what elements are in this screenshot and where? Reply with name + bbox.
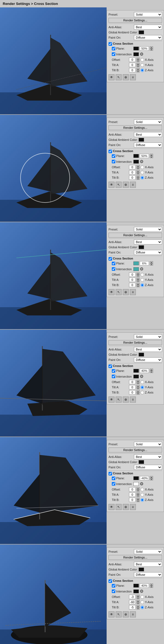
tilt-a-down[interactable]: ▼ bbox=[136, 65, 140, 67]
plane-down-2[interactable]: ▼ bbox=[150, 156, 153, 158]
preset-select-6[interactable]: Solid bbox=[134, 549, 162, 554]
tilt-b-input-5[interactable] bbox=[129, 498, 136, 502]
plane-stepper[interactable]: ▲ ▼ bbox=[150, 46, 153, 51]
plane-check-6[interactable] bbox=[112, 584, 115, 588]
tilt-a-up-4[interactable]: ▲ bbox=[136, 385, 140, 387]
z-axis-radio-2[interactable] bbox=[140, 176, 144, 179]
cursor-icon-3[interactable]: ↖ bbox=[116, 289, 122, 295]
move-icon-6[interactable]: ⊕ bbox=[123, 611, 129, 617]
tilt-a-input[interactable] bbox=[129, 63, 136, 67]
align-icon-5[interactable]: ≡ bbox=[130, 504, 136, 510]
z-axis-radio-6[interactable] bbox=[140, 606, 144, 609]
offset-stepper-4[interactable]: ▲ ▼ bbox=[136, 380, 140, 384]
offset-stepper-2[interactable]: ▲ ▼ bbox=[136, 165, 140, 169]
cross-section-check-3[interactable] bbox=[109, 257, 112, 261]
plane-color-box-5[interactable] bbox=[133, 476, 139, 480]
offset-up-5[interactable]: ▲ bbox=[136, 487, 140, 489]
tilt-b-up-2[interactable]: ▲ bbox=[136, 175, 140, 178]
eye-icon[interactable]: 👁 bbox=[109, 74, 115, 80]
align-icon-3[interactable]: ≡ bbox=[130, 289, 136, 295]
tilt-a-stepper-4[interactable]: ▲ ▼ bbox=[136, 385, 140, 389]
plane-stepper-4[interactable]: ▲ ▼ bbox=[150, 369, 153, 373]
tilt-b-up-4[interactable]: ▲ bbox=[136, 390, 140, 392]
preset-select-5[interactable]: Solid bbox=[134, 442, 162, 447]
intersection-icon[interactable]: ⚙ bbox=[140, 52, 144, 57]
tilt-a-stepper[interactable]: ▲ ▼ bbox=[136, 63, 140, 67]
plane-stepper-5[interactable]: ▲ ▼ bbox=[150, 476, 153, 480]
offset-down-3[interactable]: ▼ bbox=[136, 275, 140, 277]
intersection-icon-5[interactable]: ⚙ bbox=[140, 481, 144, 486]
plane-color-box-3[interactable] bbox=[133, 261, 139, 265]
cursor-icon-2[interactable]: ↖ bbox=[116, 182, 122, 188]
tilt-b-input[interactable] bbox=[129, 68, 136, 72]
plane-check-2[interactable] bbox=[112, 154, 115, 158]
plane-up-2[interactable]: ▲ bbox=[150, 154, 153, 156]
tilt-a-down-4[interactable]: ▼ bbox=[136, 387, 140, 389]
move-icon-2[interactable]: ⊕ bbox=[123, 182, 129, 188]
tilt-a-down-5[interactable]: ▼ bbox=[136, 495, 140, 497]
align-icon-4[interactable]: ≡ bbox=[130, 397, 136, 403]
tilt-b-down[interactable]: ▼ bbox=[136, 70, 140, 72]
plane-color-box-6[interactable] bbox=[133, 584, 139, 588]
tilt-b-stepper-3[interactable]: ▲ ▼ bbox=[136, 283, 140, 287]
tilt-b-stepper-2[interactable]: ▲ ▼ bbox=[136, 175, 140, 180]
cursor-icon-6[interactable]: ↖ bbox=[116, 611, 122, 617]
global-ambient-color-4[interactable] bbox=[139, 353, 144, 357]
tilt-a-up-6[interactable]: ▲ bbox=[136, 600, 140, 602]
tilt-b-stepper[interactable]: ▲ ▼ bbox=[136, 68, 140, 72]
tilt-a-down-6[interactable]: ▼ bbox=[136, 602, 140, 604]
tilt-a-input-3[interactable] bbox=[129, 278, 136, 282]
tilt-a-input-5[interactable] bbox=[129, 492, 136, 497]
preset-select-3[interactable]: Solid bbox=[134, 227, 162, 232]
tilt-b-down-4[interactable]: ▼ bbox=[136, 392, 140, 395]
global-ambient-color-3[interactable] bbox=[139, 245, 144, 249]
tilt-a-down-3[interactable]: ▼ bbox=[136, 280, 140, 282]
plane-check[interactable] bbox=[112, 47, 115, 50]
preset-select[interactable]: Solid bbox=[134, 12, 162, 17]
tilt-a-input-2[interactable] bbox=[129, 170, 136, 175]
offset-up-6[interactable]: ▲ bbox=[136, 595, 140, 597]
tilt-b-input-3[interactable] bbox=[129, 283, 136, 287]
intersection-color-box-6[interactable] bbox=[133, 589, 139, 593]
plane-check-5[interactable] bbox=[112, 477, 115, 480]
align-icon-2[interactable]: ≡ bbox=[130, 182, 136, 188]
intersection-color-box-5[interactable] bbox=[133, 482, 139, 486]
tilt-a-stepper-5[interactable]: ▲ ▼ bbox=[136, 492, 140, 497]
plane-check-4[interactable] bbox=[112, 369, 115, 373]
preset-select-2[interactable]: Solid bbox=[134, 119, 162, 124]
tilt-b-down-6[interactable]: ▼ bbox=[136, 607, 140, 609]
offset-stepper-5[interactable]: ▲ ▼ bbox=[136, 487, 140, 492]
anti-alias-select-5[interactable]: Best bbox=[134, 454, 162, 459]
tilt-a-stepper-2[interactable]: ▲ ▼ bbox=[136, 170, 140, 175]
intersection-check-5[interactable] bbox=[112, 482, 115, 486]
plane-color-box[interactable] bbox=[133, 47, 139, 50]
tilt-b-input-2[interactable] bbox=[129, 175, 136, 180]
eye-icon-6[interactable]: 👁 bbox=[109, 611, 115, 617]
plane-up-3[interactable]: ▲ bbox=[150, 261, 153, 263]
tilt-a-up-5[interactable]: ▲ bbox=[136, 492, 140, 495]
render-settings-btn-2[interactable]: Render Settings... bbox=[109, 125, 162, 130]
paint-on-select-2[interactable]: Diffuse bbox=[134, 143, 162, 147]
y-axis-radio[interactable] bbox=[140, 63, 144, 67]
render-settings-btn-5[interactable]: Render Settings... bbox=[109, 448, 162, 452]
x-axis-radio-5[interactable] bbox=[140, 488, 144, 491]
plane-color-box-4[interactable] bbox=[133, 369, 139, 373]
offset-stepper-3[interactable]: ▲ ▼ bbox=[136, 272, 140, 277]
global-ambient-color-5[interactable] bbox=[139, 460, 144, 464]
tilt-a-up-2[interactable]: ▲ bbox=[136, 170, 140, 172]
tilt-a-input-6[interactable] bbox=[129, 600, 136, 604]
plane-stepper-6[interactable]: ▲ ▼ bbox=[150, 583, 153, 588]
offset-up-2[interactable]: ▲ bbox=[136, 165, 140, 167]
tilt-b-stepper-5[interactable]: ▲ ▼ bbox=[136, 498, 140, 502]
plane-stepper-2[interactable]: ▲ ▼ bbox=[150, 154, 153, 158]
plane-down-3[interactable]: ▼ bbox=[150, 263, 153, 266]
intersection-color-box-3[interactable] bbox=[133, 267, 139, 271]
cross-section-check-6[interactable] bbox=[109, 579, 112, 583]
offset-up-4[interactable]: ▲ bbox=[136, 380, 140, 382]
offset-down-5[interactable]: ▼ bbox=[136, 489, 140, 492]
paint-on-select-3[interactable]: Diffuse bbox=[134, 250, 162, 255]
offset-up-3[interactable]: ▲ bbox=[136, 272, 140, 275]
offset-input[interactable] bbox=[129, 58, 136, 62]
offset-input-4[interactable] bbox=[129, 380, 136, 384]
render-settings-btn-6[interactable]: Render Settings... bbox=[109, 555, 162, 560]
